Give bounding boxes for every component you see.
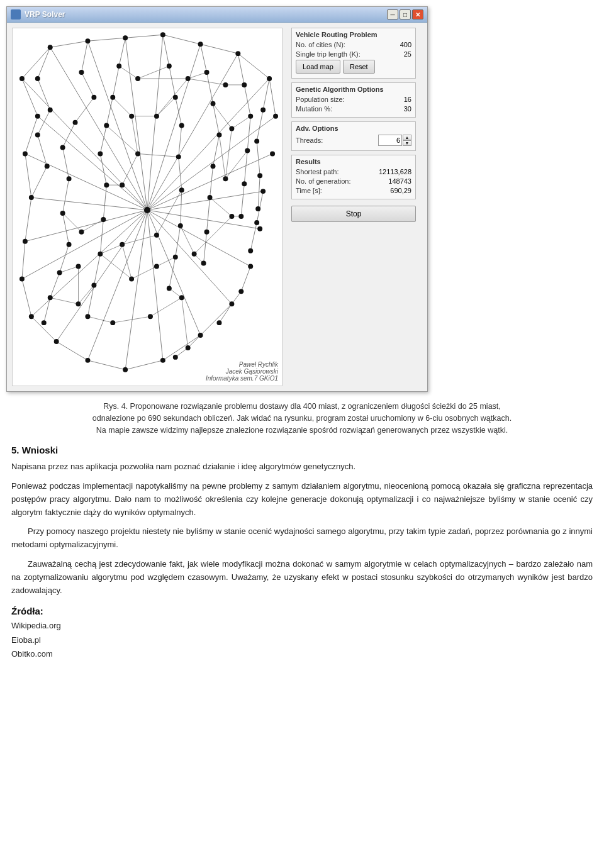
graph-svg <box>13 28 282 386</box>
authors-box: Paweł Rychlik Jacek Gąsiorowski Informat… <box>206 361 278 382</box>
threads-row: Threads: 6 ▲ ▼ <box>296 135 411 146</box>
vrp-section: Vehicle Routing Problem No. of cities (N… <box>291 28 416 79</box>
svg-point-157 <box>167 286 172 291</box>
svg-point-129 <box>35 133 40 138</box>
minimize-button[interactable]: ─ <box>387 9 398 19</box>
section-title: Wnioski <box>22 445 59 455</box>
mutation-row: Mutation %: 30 <box>296 105 411 113</box>
svg-point-179 <box>248 248 253 253</box>
svg-point-111 <box>260 189 266 194</box>
svg-point-154 <box>179 187 184 192</box>
svg-point-152 <box>179 123 184 128</box>
ga-section-title: Genetic Algorithm Options <box>296 86 411 93</box>
svg-point-119 <box>54 339 59 344</box>
svg-point-163 <box>211 164 216 169</box>
svg-point-138 <box>91 95 96 100</box>
svg-point-122 <box>23 239 28 244</box>
adv-section: Adv. Options Threads: 6 ▲ ▼ <box>291 121 416 151</box>
svg-point-136 <box>42 320 47 325</box>
maximize-button[interactable]: □ <box>400 9 411 19</box>
paragraph-1: Napisana przez nas aplikacja pozwoliła n… <box>11 460 593 474</box>
svg-point-109 <box>273 114 278 119</box>
ga-section: Genetic Algorithm Options Population siz… <box>291 82 416 118</box>
graph-canvas: Paweł Rychlik Jacek Gąsiorowski Informat… <box>12 28 282 386</box>
pop-label: Population size: <box>296 96 384 103</box>
app-window: VRP Solver ─ □ ✕ <box>6 6 428 392</box>
sources-section: Źródła: Wikipedia.org Eioba.pl Obitko.co… <box>11 606 593 660</box>
stop-button[interactable]: Stop <box>291 206 416 222</box>
reset-button[interactable]: Reset <box>343 60 375 74</box>
svg-point-140 <box>60 145 65 150</box>
source-item-1: Eioba.pl <box>11 633 593 647</box>
generation-value: 148743 <box>386 177 411 185</box>
svg-point-137 <box>79 70 84 75</box>
right-panel: Vehicle Routing Problem No. of cities (N… <box>288 23 420 391</box>
svg-point-127 <box>35 76 40 81</box>
adv-section-title: Adv. Options <box>296 125 411 132</box>
threads-input[interactable]: 6 <box>378 135 402 146</box>
paragraph-4: Zauważalną cechą jest zdecydowanie fakt,… <box>11 558 593 597</box>
shortest-value: 12113,628 <box>379 168 411 175</box>
svg-point-115 <box>198 333 203 338</box>
close-button[interactable]: ✕ <box>412 9 423 19</box>
caption-line3: Na mapie zawsze widzimy najlepsze znalez… <box>11 425 593 437</box>
svg-point-139 <box>73 120 78 125</box>
author-line3: Informatyka sem.7 GKiO1 <box>206 375 278 382</box>
svg-point-144 <box>101 217 106 222</box>
time-value: 690,29 <box>386 187 411 194</box>
mutation-value: 30 <box>386 105 411 113</box>
shortest-label: Shortest path: <box>296 168 376 175</box>
svg-point-121 <box>20 276 25 281</box>
svg-point-101 <box>144 207 150 213</box>
generation-label: No. of generation: <box>296 177 384 185</box>
time-row: Time [s]: 690,29 <box>296 187 411 194</box>
generation-row: No. of generation: 148743 <box>296 177 411 185</box>
svg-point-135 <box>48 295 53 300</box>
title-bar: VRP Solver ─ □ ✕ <box>7 7 427 23</box>
mutation-label: Mutation %: <box>296 105 384 113</box>
svg-point-175 <box>254 139 259 144</box>
svg-point-133 <box>67 242 72 247</box>
spinner-down[interactable]: ▼ <box>403 140 411 146</box>
svg-point-117 <box>123 367 128 372</box>
threads-label: Threads: <box>296 136 376 144</box>
cities-value: 400 <box>386 41 411 48</box>
svg-point-146 <box>98 151 103 156</box>
title-bar-text: VRP Solver <box>25 10 383 19</box>
caption-line2: odnalezione po 690 sekundach obliczeń. J… <box>11 413 593 425</box>
svg-point-149 <box>116 64 121 69</box>
section-number: 5. <box>11 445 22 455</box>
sources-heading: Źródła: <box>11 606 593 616</box>
svg-point-173 <box>238 289 243 294</box>
cities-row: No. of cities (N): 400 <box>296 41 411 48</box>
svg-point-124 <box>23 151 28 156</box>
svg-point-116 <box>160 358 165 363</box>
pop-row: Population size: 16 <box>296 96 411 103</box>
results-section: Results Shortest path: 12113,628 No. of … <box>291 155 416 199</box>
time-label: Time [s]: <box>296 187 384 194</box>
caption-line1: Rys. 4. Proponowane rozwiązanie problemu… <box>11 401 593 413</box>
svg-point-118 <box>85 358 90 363</box>
spinner-up[interactable]: ▲ <box>403 135 411 140</box>
svg-point-103 <box>85 38 90 43</box>
svg-point-171 <box>242 181 247 186</box>
svg-point-158 <box>173 355 178 360</box>
spinner-arrows: ▲ ▼ <box>403 135 411 146</box>
svg-point-113 <box>248 264 253 269</box>
svg-point-150 <box>167 64 172 69</box>
svg-point-105 <box>160 32 165 37</box>
trip-row: Single trip length (K): 25 <box>296 50 411 58</box>
load-map-button[interactable]: Load map <box>296 60 340 74</box>
vrp-section-title: Vehicle Routing Problem <box>296 31 411 38</box>
svg-point-125 <box>35 114 40 119</box>
svg-point-114 <box>229 301 234 306</box>
trip-value: 25 <box>386 50 411 58</box>
author-line2: Jacek Gąsiorowski <box>206 368 278 375</box>
results-section-title: Results <box>296 158 411 165</box>
threads-spinner[interactable]: 6 ▲ ▼ <box>378 135 411 146</box>
source-item-0: Wikipedia.org <box>11 619 593 633</box>
app-icon <box>11 9 21 19</box>
svg-point-110 <box>270 151 275 156</box>
svg-point-120 <box>29 314 34 319</box>
shortest-row: Shortest path: 12113,628 <box>296 168 411 175</box>
